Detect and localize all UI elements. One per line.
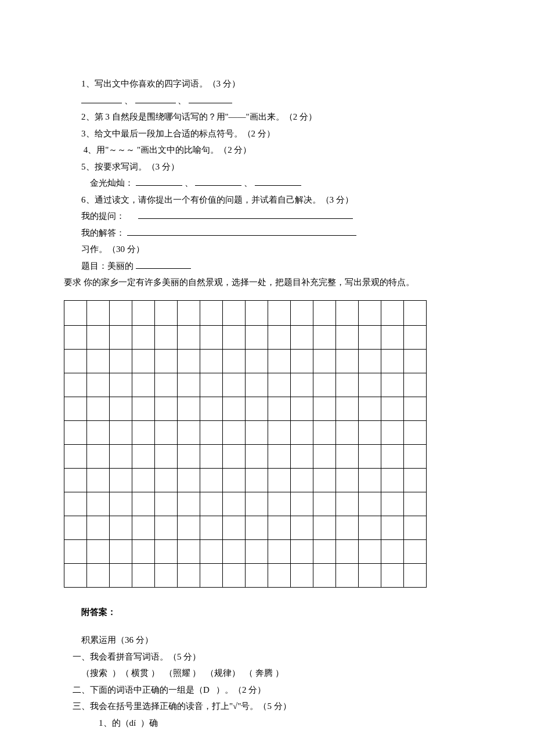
essay-title: 题目：美丽的 xyxy=(64,258,470,275)
blank[interactable] xyxy=(127,225,356,236)
essay-title-prefix: 题目：美丽的 xyxy=(81,261,134,271)
question-1: 1、写出文中你喜欢的四字词语。（3 分） xyxy=(64,75,470,92)
question-4: 4、用"～～～ "画出文中的比喻句。（2 分） xyxy=(64,142,470,159)
separator: 、 xyxy=(178,96,186,105)
answer-2: 二、下面的词语中正确的一组是（D ）。（2 分） xyxy=(64,682,470,699)
blank[interactable] xyxy=(135,93,176,103)
question-1-blanks: 、 、 xyxy=(64,92,470,109)
separator: 、 xyxy=(124,96,133,105)
question-4-text: 4、用"～～～ "画出文中的比喻句。（2 分） xyxy=(84,145,252,154)
question-6-answer-label: 我的解答： xyxy=(81,228,125,237)
blank[interactable] xyxy=(195,176,241,186)
question-3: 3、给文中最后一段加上合适的标点符号。（2 分） xyxy=(64,125,470,142)
question-6-prompt: 我的提问： xyxy=(64,208,470,225)
separator: 、 xyxy=(244,178,252,188)
answer-3-1: 1、的（dí ）确 xyxy=(64,715,470,732)
answer-1-items: （搜索 ）（ 横贯 ） （照耀 ） （规律） （ 奔腾 ） xyxy=(64,665,470,682)
blank[interactable] xyxy=(255,176,301,186)
answers-header: 附答案： xyxy=(64,604,470,621)
blank[interactable] xyxy=(189,93,232,103)
answers-section-title: 积累运用（36 分） xyxy=(64,632,470,649)
answer-1: 一、我会看拼音写词语。（5 分） xyxy=(64,649,470,665)
document-page: 1、写出文中你喜欢的四字词语。（3 分） 、 、 2、第 3 自然段是围绕哪句话… xyxy=(0,0,534,756)
question-5-sub-label: 金光灿灿： xyxy=(90,178,134,188)
separator: 、 xyxy=(185,178,193,188)
question-2: 2、第 3 自然段是围绕哪句话写的？用"——"画出来。（2 分） xyxy=(64,109,470,125)
essay-header: 习作。（30 分） xyxy=(64,241,470,258)
blank[interactable] xyxy=(136,176,182,186)
question-6-answer: 我的解答： xyxy=(64,225,470,242)
essay-requirement: 要求 你的家乡一定有许多美丽的自然景观，选择一处，把题目补充完整，写出景观的特点… xyxy=(64,274,470,291)
blank[interactable] xyxy=(136,258,191,269)
question-6-prompt-label: 我的提问： xyxy=(81,211,125,221)
blank[interactable] xyxy=(81,93,122,103)
blank[interactable] xyxy=(138,209,353,219)
answer-3: 三、我会在括号里选择正确的读音，打上"√"号。（5 分） xyxy=(64,698,470,715)
question-5-sub: 金光灿灿： 、 、 xyxy=(64,175,470,192)
question-5: 5、按要求写词。（3 分） xyxy=(64,159,470,175)
question-6: 6、通过读文，请你提出一个有价值的问题，并试着自己解决。（3 分） xyxy=(64,192,470,208)
writing-grid[interactable] xyxy=(64,300,427,588)
